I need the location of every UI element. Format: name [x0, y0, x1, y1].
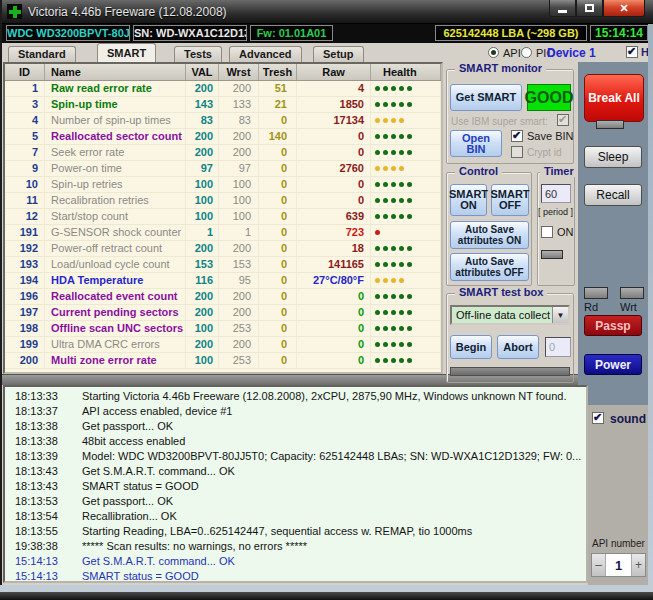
- table-row[interactable]: 1Raw read error rate200200514: [5, 81, 441, 97]
- table-row[interactable]: 197Current pending sectors20020000: [5, 305, 441, 321]
- cell-raw: 0: [297, 305, 371, 320]
- cell-val: 200: [186, 81, 219, 96]
- crypt-id-label: Crypt id: [527, 147, 561, 158]
- table-row[interactable]: 7Seek error rate20020000: [5, 145, 441, 161]
- abort-button[interactable]: Abort: [497, 335, 539, 359]
- test-counter-input[interactable]: [545, 337, 571, 357]
- clock: 15:14:14: [590, 25, 648, 41]
- recall-button[interactable]: Recall: [584, 184, 642, 206]
- health-dot: [391, 262, 396, 267]
- cell-val: 1: [186, 225, 219, 240]
- cell-raw: 18: [297, 241, 371, 256]
- health-dot: [407, 198, 412, 203]
- maximize-button[interactable]: [576, 0, 603, 17]
- cell-raw: 639: [297, 209, 371, 224]
- health-dot: [383, 198, 388, 203]
- table-row[interactable]: 196Reallocated event count20020000: [5, 289, 441, 305]
- health-dot: [399, 262, 404, 267]
- table-row[interactable]: 200Multi zone error rate10025300: [5, 353, 441, 369]
- cell-tresh: 0: [259, 353, 297, 368]
- cell-tresh: 51: [259, 81, 297, 96]
- cell-name: Raw read error rate: [45, 81, 186, 96]
- table-row[interactable]: 5Reallocated sector count2002001400: [5, 129, 441, 145]
- health-dot: [375, 358, 380, 363]
- minimize-button[interactable]: [549, 0, 576, 17]
- health-dot: [383, 182, 388, 187]
- health-dot: [407, 326, 412, 331]
- table-row[interactable]: 12Start/stop count1001000639: [5, 209, 441, 225]
- cell-tresh: 0: [259, 145, 297, 160]
- table-row[interactable]: 10Spin-up retries10010000: [5, 177, 441, 193]
- cell-tresh: 0: [259, 209, 297, 224]
- break-all-button[interactable]: Break All: [584, 74, 644, 122]
- power-button[interactable]: Power: [584, 354, 642, 375]
- log-line: 18:13:39Model: WDC WD3200BPVT-80JJ5T0; C…: [5, 449, 586, 464]
- health-dot: [399, 134, 404, 139]
- health-dot: [383, 310, 388, 315]
- cell-health: [371, 241, 441, 256]
- tab-setup[interactable]: Setup: [313, 46, 364, 62]
- health-dot: [383, 166, 388, 171]
- maximize-icon: [585, 4, 594, 12]
- cell-health: [371, 305, 441, 320]
- health-dot: [383, 150, 388, 155]
- api-radio[interactable]: [488, 47, 499, 58]
- cell-wrst: 200: [219, 305, 259, 320]
- autosave-on-button[interactable]: Auto Save attributes ON: [450, 221, 529, 249]
- window-title: Victoria 4.46b Freeware (12.08.2008): [28, 5, 227, 19]
- table-row[interactable]: 9Power-on time979702760: [5, 161, 441, 177]
- timer-title: Timer: [540, 165, 578, 177]
- tab-advanced[interactable]: Advanced: [229, 46, 302, 62]
- log-message: Starting Victoria 4.46b Freeware (12.08.…: [82, 390, 566, 402]
- table-row[interactable]: 4Number of spin-up times8383017134: [5, 113, 441, 129]
- chevron-down-icon[interactable]: ▼: [552, 307, 568, 323]
- test-select[interactable]: Off-line data collect ▼: [450, 305, 570, 325]
- cell-health: [371, 257, 441, 272]
- health-dot: [375, 342, 380, 347]
- cell-health: [371, 177, 441, 192]
- autosave-off-button[interactable]: Auto Save attributes OFF: [450, 253, 529, 281]
- get-smart-button[interactable]: Get SMART: [450, 84, 522, 111]
- close-button[interactable]: ✕: [603, 0, 645, 17]
- health-dot: [407, 262, 412, 267]
- decrement-button[interactable]: –: [592, 554, 605, 576]
- health-dot: [391, 214, 396, 219]
- sound-panel: sound API number – 1 +: [588, 405, 648, 585]
- increment-button[interactable]: +: [632, 554, 645, 576]
- table-row[interactable]: 199Ultra DMA CRC errors20020000: [5, 337, 441, 353]
- column-header-tresh: Tresh: [259, 64, 297, 80]
- table-row[interactable]: 198Offline scan UNC sectors10025300: [5, 321, 441, 337]
- table-row[interactable]: 11Recalibration retries10010000: [5, 193, 441, 209]
- table-row[interactable]: 194HDA Temperature11695027°C/80°F: [5, 273, 441, 289]
- pio-radio[interactable]: [521, 47, 532, 58]
- cell-health: [371, 81, 441, 96]
- health-dot: [383, 294, 388, 299]
- table-row[interactable]: 193Load/unload cycle count1531530141165: [5, 257, 441, 273]
- smart-test-box-title: SMART test box: [455, 286, 547, 298]
- tab-standard[interactable]: Standard: [8, 46, 76, 62]
- log-timestamp: 18:13:39: [15, 449, 70, 464]
- sleep-button[interactable]: Sleep: [584, 146, 642, 168]
- cell-wrst: 100: [219, 209, 259, 224]
- tab-smart[interactable]: SMART: [97, 43, 156, 62]
- table-row[interactable]: 3Spin-up time143133211850: [5, 97, 441, 113]
- table-row[interactable]: 191G-SENSOR shock counter110723: [5, 225, 441, 241]
- smart-off-button[interactable]: SMART OFF: [491, 184, 529, 216]
- victoria-window: Victoria 4.46b Freeware (12.08.2008) ✕ W…: [0, 0, 653, 600]
- log-area[interactable]: 18:13:33Starting Victoria 4.46b Freeware…: [3, 385, 588, 583]
- cell-wrst: 95: [219, 273, 259, 288]
- passport-button[interactable]: Passp: [584, 315, 642, 336]
- save-bin-checkbox[interactable]: [511, 130, 523, 142]
- sound-checkbox[interactable]: [592, 412, 604, 424]
- cell-health: [371, 145, 441, 160]
- smart-on-button[interactable]: SMART ON: [450, 184, 487, 216]
- cell-val: 100: [186, 177, 219, 192]
- timer-period-input[interactable]: [541, 184, 571, 203]
- begin-button[interactable]: Begin: [450, 335, 492, 359]
- tab-tests[interactable]: Tests: [174, 46, 222, 62]
- hints-checkbox[interactable]: [626, 46, 638, 58]
- log-line: 18:13:37API access enabled, device #1: [5, 404, 586, 419]
- open-bin-button[interactable]: Open BIN: [450, 130, 502, 157]
- table-row[interactable]: 192Power-off retract count200200018: [5, 241, 441, 257]
- timer-on-checkbox[interactable]: [541, 226, 553, 238]
